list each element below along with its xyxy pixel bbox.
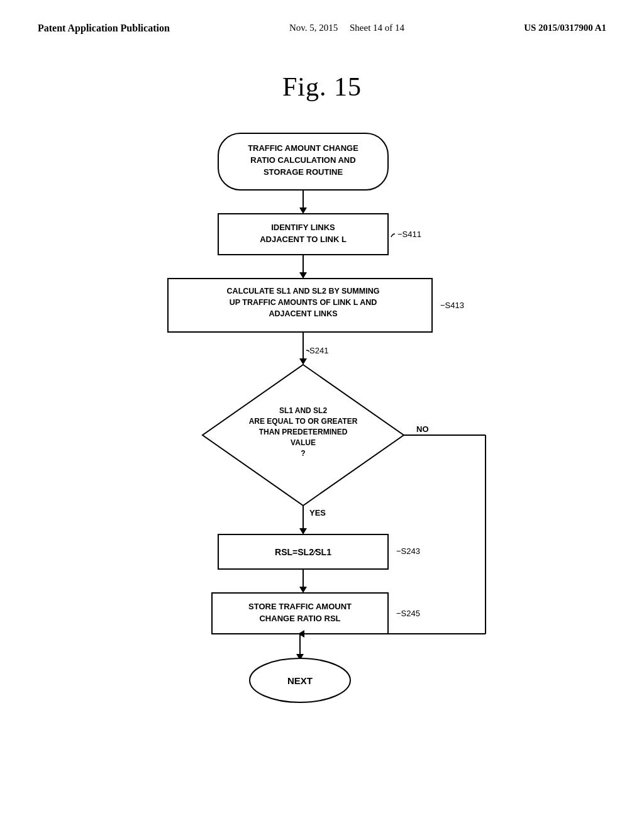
svg-marker-11 [299, 272, 307, 279]
patent-number: US 2015/0317900 A1 [524, 23, 606, 33]
svg-text:IDENTIFY LINKS: IDENTIFY LINKS [271, 223, 335, 232]
svg-text:UP TRAFFIC AMOUNTS OF LINK L A: UP TRAFFIC AMOUNTS OF LINK L AND [230, 298, 377, 307]
svg-text:−S411: −S411 [397, 230, 421, 239]
svg-text:NO: NO [416, 424, 429, 434]
svg-text:?: ? [301, 449, 305, 458]
sheet-label: Sheet 14 of 14 [350, 23, 404, 33]
svg-marker-28 [299, 528, 307, 534]
flowchart-svg: TRAFFIC AMOUNT CHANGE RATIO CALCULATION … [102, 127, 542, 756]
publication-label: Patent Application Publication [38, 23, 170, 34]
svg-text:THAN PREDETERMINED: THAN PREDETERMINED [259, 428, 348, 436]
svg-marker-5 [299, 208, 307, 214]
svg-text:−S243: −S243 [396, 546, 420, 556]
svg-text:SL1 AND SL2: SL1 AND SL2 [279, 406, 328, 415]
svg-marker-33 [299, 587, 307, 593]
svg-text:CHANGE RATIO RSL: CHANGE RATIO RSL [259, 614, 340, 623]
figure-title: Fig. 15 [0, 72, 644, 102]
svg-text:ADJACENT LINKS: ADJACENT LINKS [269, 309, 337, 318]
page-header: Patent Application Publication Nov. 5, 2… [0, 0, 644, 34]
date-label: Nov. 5, 2015 [289, 23, 338, 33]
svg-text:RATIO CALCULATION AND: RATIO CALCULATION AND [250, 155, 355, 165]
svg-text:CALCULATE SL1 AND SL2 BY SUMMI: CALCULATE SL1 AND SL2 BY SUMMING [227, 287, 380, 296]
svg-text:−S413: −S413 [440, 301, 464, 310]
svg-marker-18 [299, 358, 307, 365]
svg-text:YES: YES [309, 508, 326, 517]
svg-text:VALUE: VALUE [291, 438, 316, 447]
svg-text:​S241: ​S241 [309, 346, 328, 355]
svg-text:RSL=SL2∕SL1: RSL=SL2∕SL1 [275, 547, 331, 557]
svg-text:TRAFFIC AMOUNT CHANGE: TRAFFIC AMOUNT CHANGE [248, 143, 358, 153]
svg-text:ADJACENT TO LINK L: ADJACENT TO LINK L [260, 235, 347, 244]
svg-text:NEXT: NEXT [287, 675, 313, 686]
svg-text:STORAGE ROUTINE: STORAGE ROUTINE [264, 167, 343, 177]
svg-text:ARE EQUAL TO OR GREATER: ARE EQUAL TO OR GREATER [249, 417, 358, 426]
svg-text:STORE TRAFFIC AMOUNT: STORE TRAFFIC AMOUNT [248, 602, 352, 611]
flowchart: TRAFFIC AMOUNT CHANGE RATIO CALCULATION … [102, 127, 542, 756]
header-center: Nov. 5, 2015 Sheet 14 of 14 [289, 23, 404, 33]
svg-text:−S245: −S245 [396, 609, 420, 618]
